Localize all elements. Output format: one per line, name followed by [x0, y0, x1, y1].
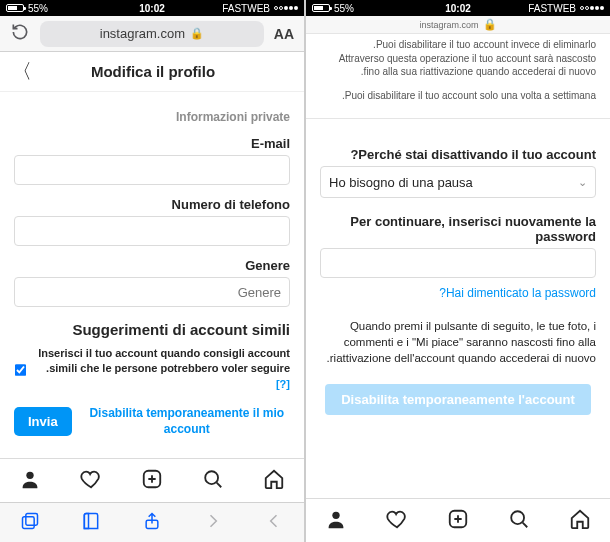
safari-share-icon[interactable] — [142, 511, 162, 535]
intro-text-2: Attraverso questa operazione il tuo acco… — [320, 52, 596, 79]
instagram-bottom-nav — [0, 458, 304, 502]
svg-rect-8 — [23, 516, 35, 528]
safari-bottom-toolbar — [0, 502, 304, 542]
signal-icon — [580, 6, 604, 10]
explain-text: Quando premi il pulsante di seguito, le … — [320, 318, 596, 366]
reason-selected: Ho bisogno di una pausa — [329, 175, 473, 190]
safari-tabs-icon[interactable] — [20, 511, 40, 535]
nav-new-post-icon[interactable] — [447, 508, 469, 534]
carrier-name: FASTWEB — [222, 3, 270, 14]
url-host: instagram.com — [419, 20, 478, 30]
suggestions-checkbox-row[interactable]: Inserisci il tuo account quando consigli… — [14, 346, 290, 392]
nav-profile-icon[interactable] — [325, 508, 347, 534]
svg-point-5 — [27, 471, 34, 478]
instagram-bottom-nav — [306, 498, 610, 542]
svg-rect-7 — [26, 513, 38, 525]
reload-icon[interactable] — [10, 22, 30, 46]
nav-search-icon[interactable] — [508, 508, 530, 534]
reason-select[interactable]: Ho bisogno di una pausa ⌄ — [320, 166, 596, 198]
url-host: instagram.com — [100, 26, 185, 41]
status-bar: FASTWEB 10:02 55% — [306, 0, 610, 16]
email-label: E-mail — [14, 136, 290, 151]
phone-left: FASTWEB 10:02 55% 🔒 instagram.com Puoi d… — [305, 0, 610, 542]
phone-input[interactable] — [14, 216, 290, 246]
intro-note: Puoi disabilitare il tuo account solo un… — [320, 89, 596, 103]
nav-search-icon[interactable] — [202, 468, 224, 494]
gender-input[interactable] — [14, 277, 290, 307]
gender-label: Genere — [14, 258, 290, 273]
password-label: Per continuare, inserisci nuovamente la … — [320, 214, 596, 244]
carrier-name: FASTWEB — [528, 3, 576, 14]
safari-back-icon[interactable] — [264, 511, 284, 535]
phone-label: Numero di telefono — [14, 197, 290, 212]
signal-icon — [274, 6, 298, 10]
phone-right: FASTWEB 10:02 55% AA 🔒 instagram.com 〉 M… — [0, 0, 305, 542]
safari-bookmarks-icon[interactable] — [81, 511, 101, 535]
battery-percent: 55% — [334, 3, 354, 14]
battery-icon — [6, 4, 24, 12]
email-input[interactable] — [14, 155, 290, 185]
suggestions-check-label: Inserisci il tuo account quando consigli… — [33, 346, 290, 392]
clock: 10:02 — [445, 3, 471, 14]
lock-icon: 🔒 — [190, 27, 204, 40]
submit-button[interactable]: Invia — [14, 407, 72, 436]
page-header: 〉 Modifica il profilo — [0, 52, 304, 92]
suggestions-heading: Suggerimenti di account simili — [14, 321, 290, 338]
svg-point-0 — [511, 511, 524, 524]
safari-address-bar: AA 🔒 instagram.com — [0, 16, 304, 52]
forgot-password-link[interactable]: Hai dimenticato la password? — [320, 286, 596, 300]
nav-home-icon[interactable] — [263, 468, 285, 494]
nav-home-icon[interactable] — [569, 508, 591, 534]
text-size-button[interactable]: AA — [274, 26, 294, 42]
content-left: Puoi disabilitare il tuo account invece … — [306, 34, 610, 498]
suggestions-checkbox[interactable] — [15, 350, 27, 390]
status-bar: FASTWEB 10:02 55% — [0, 0, 304, 16]
password-input[interactable] — [320, 248, 596, 278]
intro-text-1: Puoi disabilitare il tuo account invece … — [320, 38, 596, 52]
content-right: 〉 Modifica il profilo Informazioni priva… — [0, 52, 304, 458]
nav-profile-icon[interactable] — [19, 468, 41, 494]
safari-forward-icon[interactable] — [203, 511, 223, 535]
nav-activity-icon[interactable] — [386, 508, 408, 534]
reason-label: Perché stai disattivando il tuo account? — [320, 147, 596, 162]
lock-icon: 🔒 — [483, 18, 497, 31]
private-info-heading: Informazioni private — [14, 110, 290, 124]
clock: 10:02 — [139, 3, 165, 14]
page-title: Modifica il profilo — [32, 63, 274, 80]
mini-url-bar[interactable]: 🔒 instagram.com — [306, 16, 610, 34]
help-icon[interactable]: [?] — [276, 378, 290, 390]
chevron-down-icon: ⌄ — [578, 176, 587, 189]
nav-activity-icon[interactable] — [80, 468, 102, 494]
nav-new-post-icon[interactable] — [141, 468, 163, 494]
svg-point-3 — [205, 471, 218, 484]
divider — [306, 118, 610, 119]
battery-percent: 55% — [28, 3, 48, 14]
url-field[interactable]: 🔒 instagram.com — [40, 21, 264, 47]
disable-account-button[interactable]: Disabilita temporaneamente l'account — [325, 384, 591, 415]
svg-point-2 — [333, 511, 340, 518]
disable-account-link[interactable]: Disabilita temporaneamente il mio accoun… — [84, 406, 290, 437]
back-chevron-icon[interactable]: 〉 — [12, 58, 32, 85]
battery-icon — [312, 4, 330, 12]
